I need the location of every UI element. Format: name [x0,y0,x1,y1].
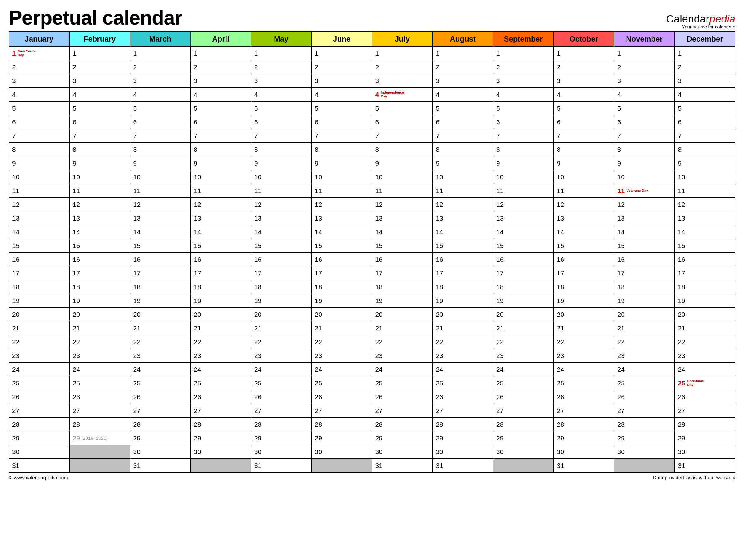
day-cell: 20 [675,308,735,322]
day-cell: 30 [493,445,554,459]
day-cell: 2 [311,60,372,74]
month-header: March [130,32,190,46]
day-cell: 30 [614,445,675,459]
day-cell: 23 [675,349,735,363]
day-cell: 2 [433,60,493,74]
day-cell: 24 [9,363,70,376]
day-cell: 20 [311,308,372,322]
day-cell: 13 [69,212,130,225]
day-cell: 16 [130,253,190,266]
day-cell: 20 [190,308,251,322]
day-cell: 5 [675,102,735,115]
day-cell: 4 [675,88,735,102]
day-cell: 21 [614,322,675,335]
holiday-day-number: 11 [618,187,625,195]
day-cell: 22 [251,335,312,349]
day-cell: 26 [493,390,554,404]
day-cell: 15 [493,239,554,253]
day-cell: 26 [311,390,372,404]
day-cell: 19 [433,294,493,308]
day-cell: 19 [251,294,312,308]
brand-logo: Calendarpedia Your source for calendars [666,13,735,29]
day-row: 2929(2016, 2020)29292929292929292929 [9,431,735,445]
day-cell: 8 [433,143,493,156]
day-cell: 6 [69,115,130,129]
day-cell: 16 [614,253,675,266]
day-cell: 5 [9,102,70,115]
day-cell: 23 [554,349,614,363]
day-cell: 26 [190,390,251,404]
day-cell: 7 [69,129,130,143]
day-cell: 11 [675,184,735,198]
day-cell: 14 [372,225,433,239]
day-cell: 24 [675,363,735,376]
day-cell: 7 [614,129,675,143]
day-cell: 29 [251,431,312,445]
day-row: 141414141414141414141414 [9,225,735,239]
brand-tagline: Your source for calendars [666,24,735,29]
day-cell: 11 [554,184,614,198]
day-cell: 19 [9,294,70,308]
day-cell: 24 [251,363,312,376]
day-cell: 8 [493,143,554,156]
day-row: 202020202020202020202020 [9,308,735,322]
holiday-cell: 1New Year's Day [9,46,70,60]
day-cell: 30 [9,445,70,459]
day-cell: 31 [130,459,190,473]
day-cell: 1 [493,46,554,60]
day-cell: 18 [372,280,433,294]
day-cell: 8 [9,143,70,156]
day-cell: 19 [554,294,614,308]
day-cell: 18 [9,280,70,294]
day-cell: 17 [311,266,372,280]
holiday-label: Independence Day [381,91,403,98]
day-cell: 23 [69,349,130,363]
page-title: Perpetual calendar [9,6,182,29]
day-cell: 3 [130,74,190,88]
day-cell: 1 [69,46,130,60]
day-cell: 26 [433,390,493,404]
day-cell: 17 [554,266,614,280]
day-cell: 9 [493,156,554,170]
day-cell: 17 [9,266,70,280]
month-header: November [614,32,675,46]
day-cell: 11 [69,184,130,198]
day-cell: 8 [675,143,735,156]
day-cell: 5 [69,102,130,115]
no-day-cell [311,459,372,473]
day-cell: 20 [69,308,130,322]
day-cell: 1 [675,46,735,60]
day-cell: 1 [130,46,190,60]
day-cell: 18 [69,280,130,294]
day-cell: 28 [372,418,433,431]
day-cell: 12 [130,198,190,212]
day-cell: 3 [251,74,312,88]
day-cell: 1 [190,46,251,60]
month-header: April [190,32,251,46]
day-cell: 10 [675,170,735,184]
day-row: 212121212121212121212121 [9,322,735,335]
day-cell: 11 [9,184,70,198]
day-cell: 18 [130,280,190,294]
day-cell: 23 [190,349,251,363]
day-cell: 25 [190,376,251,390]
day-cell: 10 [493,170,554,184]
day-cell: 15 [675,239,735,253]
day-cell: 27 [69,404,130,418]
day-cell: 8 [311,143,372,156]
day-cell: 14 [554,225,614,239]
day-cell: 4 [433,88,493,102]
day-cell: 12 [675,198,735,212]
day-cell: 7 [251,129,312,143]
day-cell: 17 [675,266,735,280]
day-cell: 29 [311,431,372,445]
day-cell: 9 [614,156,675,170]
day-cell: 5 [493,102,554,115]
day-cell: 13 [493,212,554,225]
day-row: 888888888888 [9,143,735,156]
day-cell: 31 [554,459,614,473]
day-cell: 12 [9,198,70,212]
day-cell: 24 [493,363,554,376]
day-row: 121212121212121212121212 [9,198,735,212]
day-cell: 5 [614,102,675,115]
